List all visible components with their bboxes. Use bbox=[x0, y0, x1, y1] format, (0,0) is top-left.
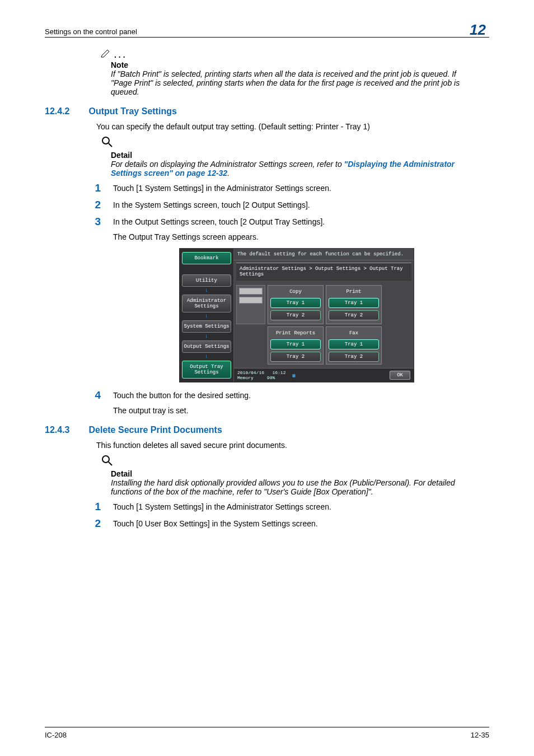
step-text: Touch the button for the desired setting… bbox=[113, 389, 468, 400]
reports-tray2-button[interactable]: Tray 2 bbox=[270, 352, 321, 362]
step-text: Touch [1 System Settings] in the Adminis… bbox=[113, 182, 468, 193]
step-text: In the Output Settings screen, touch [2 … bbox=[113, 216, 468, 226]
section-title-1: Output Tray Settings bbox=[88, 106, 176, 116]
svg-point-0 bbox=[102, 137, 109, 144]
arrow-down-icon: ↓ bbox=[182, 335, 231, 338]
print-tray1-button[interactable]: Tray 1 bbox=[329, 298, 379, 308]
step-num: 1 bbox=[93, 501, 101, 513]
status-time: 16:12 bbox=[272, 370, 285, 375]
copy-header: Copy bbox=[270, 288, 321, 296]
section-number-2: 12.4.3 bbox=[45, 425, 69, 435]
step-num: 2 bbox=[93, 517, 101, 530]
step-sub: The Output Tray Settings screen appears. bbox=[113, 232, 489, 241]
fax-tray2-button[interactable]: Tray 2 bbox=[329, 352, 379, 362]
footer-right: 12-35 bbox=[471, 731, 489, 739]
system-settings-button[interactable]: System Settings bbox=[182, 320, 231, 333]
memory-value: 90% bbox=[267, 375, 275, 380]
arrow-down-icon: ↓ bbox=[182, 315, 231, 318]
memory-label: Memory bbox=[237, 375, 254, 380]
step-text: Touch [0 User Box Settings] in the Syste… bbox=[113, 517, 468, 528]
note-icon bbox=[101, 50, 114, 59]
utility-button[interactable]: Utility bbox=[182, 274, 231, 287]
magnifier-icon bbox=[101, 141, 113, 150]
detail-label-2: Detail bbox=[111, 469, 489, 478]
print-header: Print bbox=[329, 288, 379, 296]
reports-tray1-button[interactable]: Tray 1 bbox=[270, 339, 321, 349]
arrow-down-icon: ↓ bbox=[182, 355, 231, 358]
step-num: 4 bbox=[93, 389, 101, 402]
detail-label-1: Detail bbox=[111, 151, 489, 160]
detail-text-1: For details on displaying the Administra… bbox=[111, 160, 469, 178]
ellipsis: ... bbox=[114, 50, 128, 59]
ok-button[interactable]: OK bbox=[390, 371, 410, 380]
step-num: 1 bbox=[93, 182, 101, 194]
bookmark-button[interactable]: Bookmark bbox=[182, 252, 231, 264]
step-sub: The output tray is set. bbox=[113, 406, 489, 415]
detail-text-2: Installing the hard disk optionally prov… bbox=[111, 478, 469, 496]
svg-line-3 bbox=[109, 462, 112, 465]
section-number-1: 12.4.2 bbox=[45, 106, 69, 116]
section-title-2: Delete Secure Print Documents bbox=[88, 425, 222, 435]
breadcrumb: Administrator Settings > Output Settings… bbox=[236, 263, 411, 281]
step-num: 3 bbox=[93, 216, 101, 228]
fax-header: Fax bbox=[329, 329, 379, 337]
arrow-down-icon: ↓ bbox=[182, 289, 231, 292]
section-intro-2: This function deletes all saved secure p… bbox=[96, 441, 466, 450]
status-icon: ▦ bbox=[292, 373, 295, 378]
chapter-number: 12 bbox=[466, 22, 489, 37]
svg-point-2 bbox=[102, 456, 109, 463]
footer-left: IC-208 bbox=[45, 731, 67, 739]
status-date: 2010/04/16 bbox=[237, 370, 264, 375]
step-num: 2 bbox=[93, 199, 101, 211]
printer-diagram bbox=[236, 285, 265, 324]
magnifier-icon bbox=[101, 459, 113, 468]
output-tray-settings-button[interactable]: Output Tray Settings bbox=[182, 361, 231, 379]
panel-hint: The default setting for each function ca… bbox=[234, 249, 414, 260]
header-left: Settings on the control panel bbox=[45, 27, 137, 37]
fax-tray1-button[interactable]: Tray 1 bbox=[329, 339, 379, 349]
step-text: Touch [1 System Settings] in the Adminis… bbox=[113, 501, 468, 511]
admin-settings-button[interactable]: Administrator Settings bbox=[182, 295, 231, 312]
print-tray2-button[interactable]: Tray 2 bbox=[329, 310, 379, 320]
note-text: If "Batch Print" is selected, printing s… bbox=[111, 69, 469, 96]
note-label: Note bbox=[111, 60, 489, 69]
copy-tray2-button[interactable]: Tray 2 bbox=[270, 310, 321, 320]
output-settings-button[interactable]: Output Settings bbox=[182, 340, 231, 353]
step-text: In the System Settings screen, touch [2 … bbox=[113, 199, 468, 209]
reports-header: Print Reports bbox=[270, 329, 321, 337]
svg-line-1 bbox=[109, 143, 112, 147]
section-intro-1: You can specify the default output tray … bbox=[96, 122, 466, 131]
device-screenshot: Bookmark Utility ↓ Administrator Setting… bbox=[179, 248, 414, 382]
copy-tray1-button[interactable]: Tray 1 bbox=[270, 298, 321, 308]
